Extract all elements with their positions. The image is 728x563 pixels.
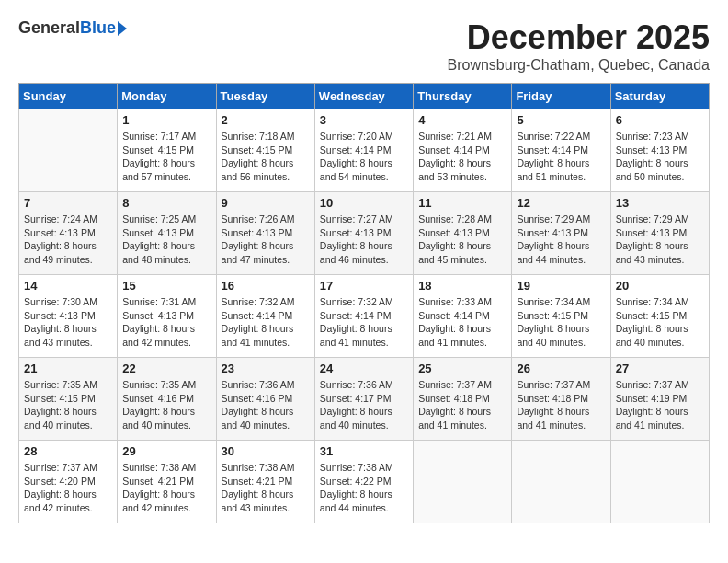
day-number: 4 — [418, 113, 506, 127]
calendar-cell: 16 Sunrise: 7:32 AMSunset: 4:14 PMDaylig… — [216, 275, 314, 358]
calendar-cell: 17 Sunrise: 7:32 AMSunset: 4:14 PMDaylig… — [314, 275, 413, 358]
calendar-cell: 13 Sunrise: 7:29 AMSunset: 4:13 PMDaylig… — [610, 192, 709, 275]
calendar-cell: 5 Sunrise: 7:22 AMSunset: 4:14 PMDayligh… — [512, 109, 610, 192]
calendar-cell: 25 Sunrise: 7:37 AMSunset: 4:18 PMDaylig… — [414, 358, 512, 441]
day-number: 22 — [122, 362, 210, 375]
day-number: 23 — [222, 362, 310, 375]
day-info: Sunrise: 7:18 AMSunset: 4:15 PMDaylight:… — [222, 130, 310, 184]
weekday-header-saturday: Saturday — [610, 84, 709, 109]
day-number: 29 — [122, 444, 210, 458]
day-info: Sunrise: 7:34 AMSunset: 4:15 PMDaylight:… — [616, 295, 704, 350]
day-info: Sunrise: 7:37 AMSunset: 4:18 PMDaylight:… — [418, 378, 506, 432]
day-info: Sunrise: 7:26 AMSunset: 4:13 PMDaylight:… — [222, 213, 310, 267]
calendar-cell — [512, 441, 610, 523]
day-number: 5 — [517, 113, 605, 127]
logo-arrow-icon — [118, 21, 127, 36]
day-info: Sunrise: 7:22 AMSunset: 4:14 PMDaylight:… — [517, 130, 605, 184]
day-number: 15 — [122, 279, 210, 293]
day-info: Sunrise: 7:30 AMSunset: 4:13 PMDaylight:… — [24, 295, 112, 350]
day-number: 24 — [320, 362, 408, 375]
day-number: 21 — [24, 362, 112, 375]
calendar-cell: 30 Sunrise: 7:38 AMSunset: 4:21 PMDaylig… — [216, 441, 314, 523]
day-number: 28 — [24, 444, 112, 458]
calendar-cell: 23 Sunrise: 7:36 AMSunset: 4:16 PMDaylig… — [216, 358, 314, 441]
day-number: 11 — [418, 196, 506, 210]
calendar-cell: 2 Sunrise: 7:18 AMSunset: 4:15 PMDayligh… — [216, 109, 314, 192]
day-number: 13 — [616, 196, 704, 210]
day-info: Sunrise: 7:33 AMSunset: 4:14 PMDaylight:… — [418, 295, 506, 350]
weekday-header-friday: Friday — [512, 84, 610, 109]
calendar-cell: 31 Sunrise: 7:38 AMSunset: 4:22 PMDaylig… — [314, 441, 413, 523]
logo: General Blue — [18, 18, 127, 38]
weekday-header-row: SundayMondayTuesdayWednesdayThursdayFrid… — [19, 84, 710, 109]
day-number: 12 — [517, 196, 605, 210]
calendar-cell: 20 Sunrise: 7:34 AMSunset: 4:15 PMDaylig… — [610, 275, 709, 358]
logo-general-text: General — [18, 18, 80, 38]
day-info: Sunrise: 7:32 AMSunset: 4:14 PMDaylight:… — [222, 295, 310, 350]
day-info: Sunrise: 7:29 AMSunset: 4:13 PMDaylight:… — [616, 213, 704, 267]
day-info: Sunrise: 7:37 AMSunset: 4:19 PMDaylight:… — [616, 378, 704, 432]
day-info: Sunrise: 7:23 AMSunset: 4:13 PMDaylight:… — [616, 130, 704, 184]
weekday-header-wednesday: Wednesday — [314, 84, 413, 109]
day-number: 14 — [24, 279, 112, 293]
weekday-header-tuesday: Tuesday — [216, 84, 314, 109]
calendar-cell: 1 Sunrise: 7:17 AMSunset: 4:15 PMDayligh… — [118, 109, 216, 192]
day-info: Sunrise: 7:31 AMSunset: 4:13 PMDaylight:… — [122, 295, 210, 350]
weekday-header-thursday: Thursday — [414, 84, 512, 109]
day-number: 3 — [320, 113, 408, 127]
logo-blue-text: Blue — [80, 18, 116, 38]
weekday-header-monday: Monday — [118, 84, 216, 109]
day-info: Sunrise: 7:36 AMSunset: 4:16 PMDaylight:… — [222, 378, 310, 432]
day-number: 18 — [418, 279, 506, 293]
day-number: 2 — [222, 113, 310, 127]
title-block: December 2025 Brownsburg-Chatham, Quebec… — [448, 18, 711, 74]
calendar-cell: 22 Sunrise: 7:35 AMSunset: 4:16 PMDaylig… — [118, 358, 216, 441]
day-info: Sunrise: 7:17 AMSunset: 4:15 PMDaylight:… — [122, 130, 210, 184]
day-info: Sunrise: 7:37 AMSunset: 4:18 PMDaylight:… — [517, 378, 605, 432]
calendar-week-1: 1 Sunrise: 7:17 AMSunset: 4:15 PMDayligh… — [19, 109, 710, 192]
calendar-cell: 24 Sunrise: 7:36 AMSunset: 4:17 PMDaylig… — [314, 358, 413, 441]
day-number: 17 — [320, 279, 408, 293]
day-number: 9 — [222, 196, 310, 210]
calendar-cell: 11 Sunrise: 7:28 AMSunset: 4:13 PMDaylig… — [414, 192, 512, 275]
day-info: Sunrise: 7:32 AMSunset: 4:14 PMDaylight:… — [320, 295, 408, 350]
day-info: Sunrise: 7:38 AMSunset: 4:21 PMDaylight:… — [122, 461, 210, 515]
calendar-cell: 15 Sunrise: 7:31 AMSunset: 4:13 PMDaylig… — [118, 275, 216, 358]
calendar-cell: 14 Sunrise: 7:30 AMSunset: 4:13 PMDaylig… — [19, 275, 118, 358]
calendar-cell: 10 Sunrise: 7:27 AMSunset: 4:13 PMDaylig… — [314, 192, 413, 275]
day-info: Sunrise: 7:28 AMSunset: 4:13 PMDaylight:… — [418, 213, 506, 267]
day-info: Sunrise: 7:36 AMSunset: 4:17 PMDaylight:… — [320, 378, 408, 432]
month-title: December 2025 — [448, 18, 711, 57]
day-number: 10 — [320, 196, 408, 210]
day-number: 31 — [320, 444, 408, 458]
day-number: 6 — [616, 113, 704, 127]
day-number: 1 — [122, 113, 210, 127]
day-info: Sunrise: 7:38 AMSunset: 4:21 PMDaylight:… — [222, 461, 310, 515]
day-info: Sunrise: 7:35 AMSunset: 4:16 PMDaylight:… — [122, 378, 210, 432]
calendar-cell: 6 Sunrise: 7:23 AMSunset: 4:13 PMDayligh… — [610, 109, 709, 192]
day-info: Sunrise: 7:24 AMSunset: 4:13 PMDaylight:… — [24, 213, 112, 267]
day-number: 25 — [418, 362, 506, 375]
day-number: 20 — [616, 279, 704, 293]
day-info: Sunrise: 7:35 AMSunset: 4:15 PMDaylight:… — [24, 378, 112, 432]
calendar-cell: 21 Sunrise: 7:35 AMSunset: 4:15 PMDaylig… — [19, 358, 118, 441]
day-number: 19 — [517, 279, 605, 293]
day-info: Sunrise: 7:34 AMSunset: 4:15 PMDaylight:… — [517, 295, 605, 350]
calendar-week-2: 7 Sunrise: 7:24 AMSunset: 4:13 PMDayligh… — [19, 192, 710, 275]
calendar-week-4: 21 Sunrise: 7:35 AMSunset: 4:15 PMDaylig… — [19, 358, 710, 441]
day-info: Sunrise: 7:21 AMSunset: 4:14 PMDaylight:… — [418, 130, 506, 184]
day-info: Sunrise: 7:27 AMSunset: 4:13 PMDaylight:… — [320, 213, 408, 267]
day-number: 7 — [24, 196, 112, 210]
calendar-cell: 19 Sunrise: 7:34 AMSunset: 4:15 PMDaylig… — [512, 275, 610, 358]
day-info: Sunrise: 7:38 AMSunset: 4:22 PMDaylight:… — [320, 461, 408, 515]
weekday-header-sunday: Sunday — [19, 84, 118, 109]
day-info: Sunrise: 7:25 AMSunset: 4:13 PMDaylight:… — [122, 213, 210, 267]
calendar-cell: 29 Sunrise: 7:38 AMSunset: 4:21 PMDaylig… — [118, 441, 216, 523]
calendar-cell: 27 Sunrise: 7:37 AMSunset: 4:19 PMDaylig… — [610, 358, 709, 441]
location-text: Brownsburg-Chatham, Quebec, Canada — [448, 57, 711, 74]
day-number: 27 — [616, 362, 704, 375]
calendar-cell: 8 Sunrise: 7:25 AMSunset: 4:13 PMDayligh… — [118, 192, 216, 275]
calendar-cell: 26 Sunrise: 7:37 AMSunset: 4:18 PMDaylig… — [512, 358, 610, 441]
calendar-cell — [610, 441, 709, 523]
calendar-cell: 3 Sunrise: 7:20 AMSunset: 4:14 PMDayligh… — [314, 109, 413, 192]
